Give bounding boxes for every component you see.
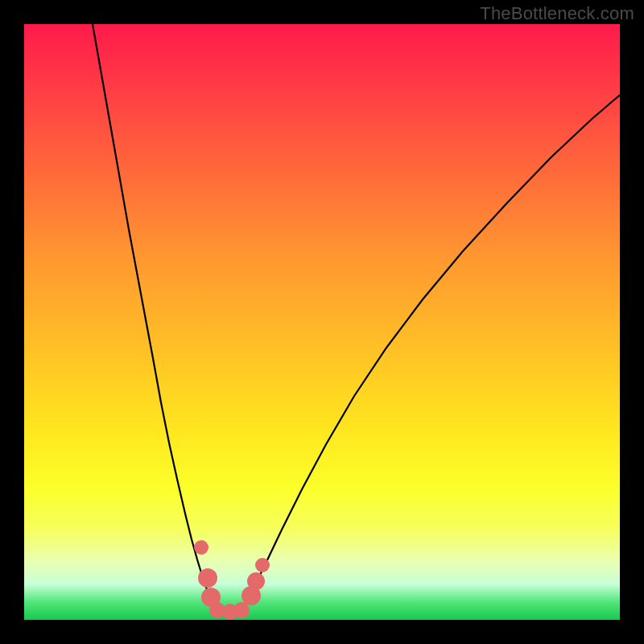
valley-marker — [247, 572, 265, 590]
valley-marker — [255, 558, 270, 572]
curve-left-branch — [93, 24, 213, 604]
chart-plot-area — [24, 24, 620, 620]
watermark-text: TheBottleneck.com — [480, 3, 634, 24]
curve-right-branch — [246, 95, 620, 604]
chart-svg — [24, 24, 620, 620]
valley-marker — [198, 568, 217, 588]
valley-marker — [233, 602, 250, 618]
valley-marker — [194, 540, 208, 555]
valley-markers — [194, 540, 270, 620]
